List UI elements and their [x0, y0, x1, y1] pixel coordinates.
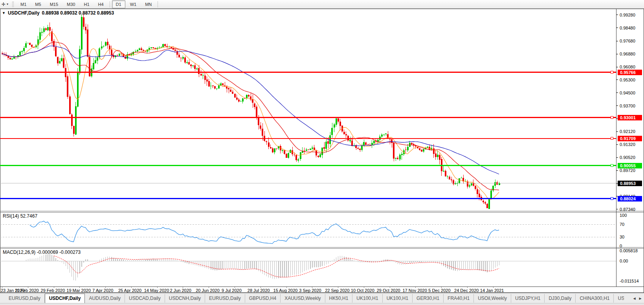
price-tick-label: 0.89720 [620, 168, 635, 173]
chart-tab-gbpusd-h4[interactable]: GBPUSD,H4 [245, 294, 281, 303]
price-tick-label: 0.94500 [620, 91, 635, 95]
svg-text:0.95766: 0.95766 [620, 70, 636, 75]
timeframe-button-m15[interactable]: M15 [46, 0, 62, 8]
hline-badge-0.90055: 0.90055 [618, 163, 642, 168]
chart-tab-eurusd-daily[interactable]: EURUSD,Daily [5, 294, 45, 303]
macd-tick-label: -0.011514 [620, 279, 639, 283]
date-tick-label: 20 Jun 2020 [196, 288, 220, 293]
timeframe-button-m1[interactable]: M1 [17, 0, 30, 8]
date-tick-label: 29 Oct 2020 [377, 288, 400, 293]
price-tick-label: 0.87340 [620, 207, 635, 212]
svg-text:0.88024: 0.88024 [620, 196, 636, 201]
chart-title-ohlc: 0.88938 0.89032 0.88732 0.88953 [42, 10, 114, 16]
date-tick-label: 17 Nov 2020 [402, 288, 427, 293]
date-tick-label: 5 Dec 2020 [428, 288, 450, 293]
hline-0.93001[interactable] [0, 116, 616, 119]
date-tick-label: 2 Jun 2020 [170, 288, 191, 293]
price-tick-label: 0.93700 [620, 104, 635, 108]
rsi-tick-label: 100 [620, 213, 627, 218]
rsi-line [30, 221, 499, 244]
timeframe-button-d1[interactable]: D1 [112, 0, 125, 8]
macd-tick-label: 0.005818 [620, 248, 638, 253]
chart-tab-hk50-h1[interactable]: HK50,H1 [325, 294, 353, 303]
time-scale[interactable]: 23 Jan 202011 Feb 202029 Feb 202019 Mar … [1, 287, 504, 293]
date-tick-label: 22 Sep 2020 [325, 288, 349, 293]
price-chart-canvas[interactable]: 0.992800.984800.976800.968800.960800.953… [0, 9, 644, 293]
timeframe-button-mn[interactable]: MN [141, 0, 156, 8]
crosshair-tool-button[interactable]: ✛ ▾ [0, 0, 10, 8]
chart-tab-ger30-h1[interactable]: GER30,H1 [413, 294, 444, 303]
hline-0.91709[interactable] [0, 137, 616, 140]
price-tick-label: 0.95300 [620, 78, 635, 82]
chart-tab-usdchf-daily[interactable]: USDCHF,Daily [45, 294, 85, 303]
date-tick-label: 14 May 2020 [144, 288, 169, 293]
macd-pane: 0.0058180.00-0.011514 [0, 248, 639, 283]
rsi-pane: 10070300 [0, 213, 627, 248]
timeframe-buttons: M1M5M15M30H1H4D1W1MN [16, 0, 160, 8]
chart-tab-fra40-h1[interactable]: FRA40,H1 [444, 294, 474, 303]
chart-tab-usdcad-daily[interactable]: USDCAD,Daily [125, 294, 165, 303]
ma-line-20 [2, 42, 499, 190]
macd-tick-label: 0.00 [620, 259, 628, 263]
chart-tab-eurusd-daily[interactable]: EURUSD,Daily [205, 294, 245, 303]
rsi-tick-label: 30 [620, 235, 624, 239]
rsi-indicator-label: RSI(14) 52.7467 [3, 213, 37, 219]
ma-line-8 [2, 33, 499, 200]
candles [2, 15, 500, 209]
svg-text:0.93001: 0.93001 [620, 115, 636, 120]
chart-tab-usoil-weekly[interactable]: USOil,Weekly [474, 294, 511, 303]
toolbar-grip[interactable] [12, 2, 14, 7]
hline-badge-0.88024: 0.88024 [618, 196, 642, 201]
crosshair-icon: ✛ [2, 2, 6, 7]
svg-text:0.91709: 0.91709 [620, 136, 636, 141]
hline-0.90055[interactable] [0, 165, 616, 167]
caret-down-icon: ▾ [7, 2, 8, 6]
chart-title-symbol: USDCHF,Daily [8, 10, 40, 16]
chart-tab-uk100-h1[interactable]: UK100,H1 [352, 294, 382, 303]
chart-window[interactable]: 0.992800.984800.976800.968800.960800.953… [0, 9, 644, 293]
chart-tab-dj30-daily[interactable]: DJ30,Daily [545, 294, 576, 303]
tab-scroll-right-button[interactable]: ▶ [637, 295, 643, 301]
chart-title: ▼ USDCHF,Daily 0.88938 0.89032 0.88732 0… [2, 10, 114, 16]
toolbar-separator [158, 1, 158, 7]
arrow-left-icon: ◀ [633, 297, 635, 300]
chart-tabs: EURUSD,DailyUSDCHF,DailyAUDUSD,DailyUSDC… [5, 293, 624, 303]
price-tick-label: 0.90520 [620, 155, 635, 160]
caret-down-icon[interactable]: ▼ [2, 11, 6, 15]
rsi-tick-label: 0 [620, 244, 622, 248]
svg-text:0.90055: 0.90055 [620, 163, 636, 168]
hline-badge-0.93001: 0.93001 [618, 115, 642, 120]
chart-tab-china300-h1[interactable]: CHINA300,H1 [576, 294, 614, 303]
date-tick-label: 25 Apr 2020 [118, 288, 141, 293]
date-tick-label: 19 Mar 2020 [66, 288, 91, 293]
chart-tab-usdcnh-daily[interactable]: USDCNH,Daily [165, 294, 205, 303]
chart-tab-xauusd-weekly[interactable]: XAUUSD,Weekly [281, 294, 325, 303]
date-tick-label: 9 Jul 2020 [222, 288, 242, 293]
chart-tab-usdjpy-h1[interactable]: USDJPY,H1 [511, 294, 545, 303]
price-tick-label: 0.92120 [620, 129, 635, 134]
timeframe-button-h1[interactable]: H1 [80, 0, 93, 8]
tab-scroll-left-button[interactable]: ◀ [631, 295, 637, 301]
date-tick-label: 29 Feb 2020 [41, 288, 65, 293]
date-tick-label: 10 Oct 2020 [351, 288, 374, 293]
macd-indicator-label: MACD(12,26,9) -0.000069 -0.000273 [3, 250, 81, 255]
timeframe-button-m5[interactable]: M5 [31, 0, 45, 8]
timeframe-button-m30[interactable]: M30 [63, 0, 79, 8]
date-tick-label: 14 Jan 2021 [480, 288, 504, 293]
date-tick-label: 7 Apr 2020 [92, 288, 113, 293]
chart-tab-audusd-daily[interactable]: AUDUSD,Daily [85, 294, 125, 303]
chart-tab-partial[interactable]: US [614, 294, 624, 303]
price-tick-label: 0.96080 [620, 65, 635, 69]
ma-line-45 [2, 46, 499, 174]
hline-0.88024[interactable] [0, 198, 616, 200]
date-tick-label: 3 Sep 2020 [299, 288, 321, 293]
timeframe-button-w1[interactable]: W1 [126, 0, 141, 8]
hline-badge-0.95766: 0.95766 [618, 70, 642, 75]
price-tick-label: 0.91320 [620, 142, 635, 147]
timeframe-button-h4[interactable]: H4 [94, 0, 108, 8]
date-tick-label: 28 Jul 2020 [248, 288, 270, 293]
date-tick-label: 11 Feb 2020 [15, 288, 39, 293]
bottom-strip [0, 303, 644, 305]
chart-tab-uk100-h1[interactable]: UK100,H1 [383, 294, 413, 303]
rsi-tick-label: 70 [620, 222, 624, 227]
